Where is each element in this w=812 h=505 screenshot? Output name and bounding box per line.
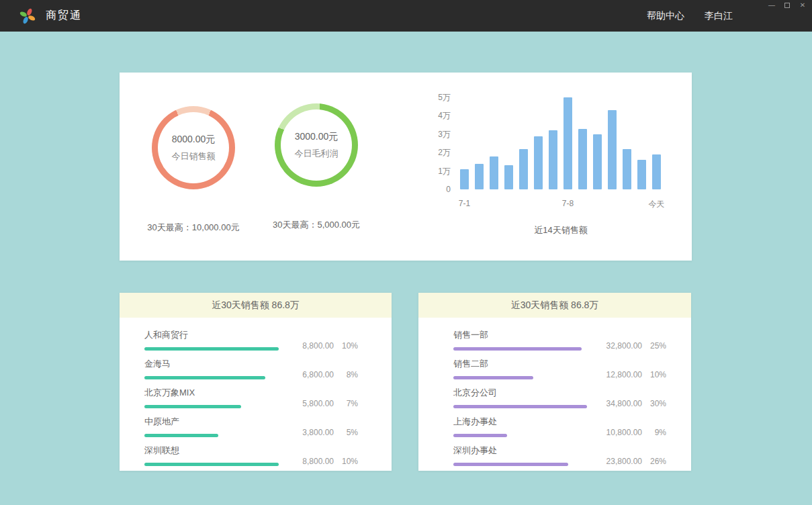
x-axis-label: 7-8 xyxy=(562,199,574,208)
sales-bar xyxy=(549,130,557,189)
row-label: 深圳联想 xyxy=(144,445,279,457)
today-sales-donut-center: 8000.00元 今日销售额 xyxy=(158,112,229,183)
row-values: 6,800.008% xyxy=(291,370,358,379)
row-label: 上海办事处 xyxy=(453,416,587,428)
row-progress-bar xyxy=(144,405,241,408)
x-axis-label: 7-1 xyxy=(459,199,470,208)
row-values: 34,800.0030% xyxy=(599,399,666,408)
row-progress-bar xyxy=(453,463,568,466)
sales-bar xyxy=(652,154,661,189)
row-bar-track xyxy=(144,434,279,437)
row-values: 8,800.0010% xyxy=(291,341,358,351)
sales-bar xyxy=(534,136,543,189)
today-profit-donut-ring: 3000.00元 今日毛利润 xyxy=(275,103,358,187)
y-axis-label: 4万 xyxy=(425,111,451,120)
sales-bar-chart-xlabels: 7-17-8今天 xyxy=(460,199,662,210)
row-values: 5,800.007% xyxy=(291,399,358,408)
row-percent: 10% xyxy=(334,341,358,351)
sales-list-row: 销售二部12,800.0010% xyxy=(453,355,666,383)
row-bar-track xyxy=(144,376,279,379)
sales-list-row: 销售一部32,800.0025% xyxy=(453,326,666,355)
customer-sales-panel-title: 近30天销售额 86.8万 xyxy=(120,293,392,318)
row-progress-bar xyxy=(144,463,279,466)
row-bar-track xyxy=(453,463,587,466)
y-axis-label: 3万 xyxy=(425,130,451,139)
today-profit-value: 3000.00元 xyxy=(295,131,339,143)
row-amount: 8,800.00 xyxy=(291,457,334,466)
y-axis-label: 2万 xyxy=(425,148,451,157)
close-icon[interactable]: ✕ xyxy=(799,2,807,9)
row-amount: 10,800.00 xyxy=(599,428,642,437)
titlebar-menu: 帮助中心 李白江 xyxy=(647,10,733,22)
row-progress-bar xyxy=(453,347,582,351)
row-percent: 8% xyxy=(334,370,358,379)
row-label: 中原地产 xyxy=(144,416,279,428)
row-values: 32,800.0025% xyxy=(599,341,666,351)
window-controls: — ✕ xyxy=(768,2,807,9)
sales-list-row: 北京万象MIX5,800.007% xyxy=(144,383,358,412)
row-progress-bar xyxy=(453,405,587,408)
row-percent: 30% xyxy=(642,399,666,408)
sales-bar xyxy=(563,97,572,189)
customer-sales-panel: 近30天销售额 86.8万 人和商贸行8,800.0010%金海马6,800.0… xyxy=(120,293,392,471)
maximize-icon[interactable] xyxy=(783,2,791,9)
current-user-link[interactable]: 李白江 xyxy=(705,10,733,22)
today-sales-gauge: 8000.00元 今日销售额 30天最高：10,000.00元 xyxy=(133,106,254,234)
sales-bar xyxy=(475,164,484,189)
row-bar-track xyxy=(453,376,587,379)
row-percent: 7% xyxy=(334,399,358,408)
row-label: 北京万象MIX xyxy=(144,387,279,399)
row-values: 23,800.0026% xyxy=(599,457,666,466)
row-amount: 34,800.00 xyxy=(599,399,642,408)
row-progress-bar xyxy=(144,376,265,379)
sales-bar xyxy=(593,134,602,189)
row-label: 销售二部 xyxy=(453,358,587,370)
row-progress-bar xyxy=(453,376,533,379)
dashboard-page: { "titlebar": { "app_name": "商贸通", "link… xyxy=(0,0,812,505)
row-percent: 10% xyxy=(334,457,358,466)
sales-list-row: 人和商贸行8,800.0010% xyxy=(144,326,358,355)
row-percent: 5% xyxy=(334,428,358,437)
today-sales-30day-max: 30天最高：10,000.00元 xyxy=(133,222,254,234)
row-percent: 25% xyxy=(642,341,666,351)
y-axis-label: 5万 xyxy=(425,93,451,102)
app-logo-pinwheel-icon xyxy=(19,7,36,25)
row-amount: 12,800.00 xyxy=(599,370,642,379)
row-bar-track xyxy=(144,463,279,466)
row-values: 8,800.0010% xyxy=(291,457,358,466)
today-sales-label: 今日销售额 xyxy=(172,150,216,163)
row-label: 北京分公司 xyxy=(453,387,587,399)
sales-bar-chart-ylabels: 5万4万3万2万1万0 xyxy=(425,93,451,194)
sales-bar xyxy=(519,149,528,189)
row-amount: 32,800.00 xyxy=(599,341,642,351)
sales-bar-chart-bars xyxy=(460,97,662,189)
sales-list-row: 金海马6,800.008% xyxy=(144,355,358,383)
sales-bar-chart-caption: 近14天销售额 xyxy=(460,224,662,236)
row-bar-track xyxy=(453,347,587,351)
row-amount: 6,800.00 xyxy=(291,370,334,379)
sales-list-row: 深圳办事处23,800.0026% xyxy=(453,441,666,470)
sales-bar xyxy=(623,149,631,189)
sales-list-row: 上海办事处10,800.009% xyxy=(453,412,666,441)
row-values: 12,800.0010% xyxy=(599,370,666,379)
department-sales-list: 销售一部32,800.0025%销售二部12,800.0010%北京分公司34,… xyxy=(418,318,691,470)
sales-list-row: 深圳联想8,800.0010% xyxy=(144,441,358,470)
row-bar-track xyxy=(144,347,279,351)
row-amount: 8,800.00 xyxy=(291,341,334,351)
minimize-icon[interactable]: — xyxy=(768,2,776,9)
x-axis-label: 今天 xyxy=(649,199,665,210)
row-label: 深圳办事处 xyxy=(453,445,587,457)
help-center-link[interactable]: 帮助中心 xyxy=(647,10,684,22)
sales-bar xyxy=(608,110,617,189)
customer-sales-list: 人和商贸行8,800.0010%金海马6,800.008%北京万象MIX5,80… xyxy=(120,318,392,470)
row-bar-track xyxy=(453,405,587,408)
app-title: 商贸通 xyxy=(46,9,82,23)
sales-bar xyxy=(490,156,498,189)
row-label: 人和商贸行 xyxy=(144,329,279,341)
row-values: 3,800.005% xyxy=(291,428,358,437)
row-label: 金海马 xyxy=(144,358,279,370)
row-percent: 26% xyxy=(642,457,666,466)
row-percent: 9% xyxy=(642,428,666,437)
sales-bar xyxy=(578,129,587,189)
row-progress-bar xyxy=(144,434,218,437)
